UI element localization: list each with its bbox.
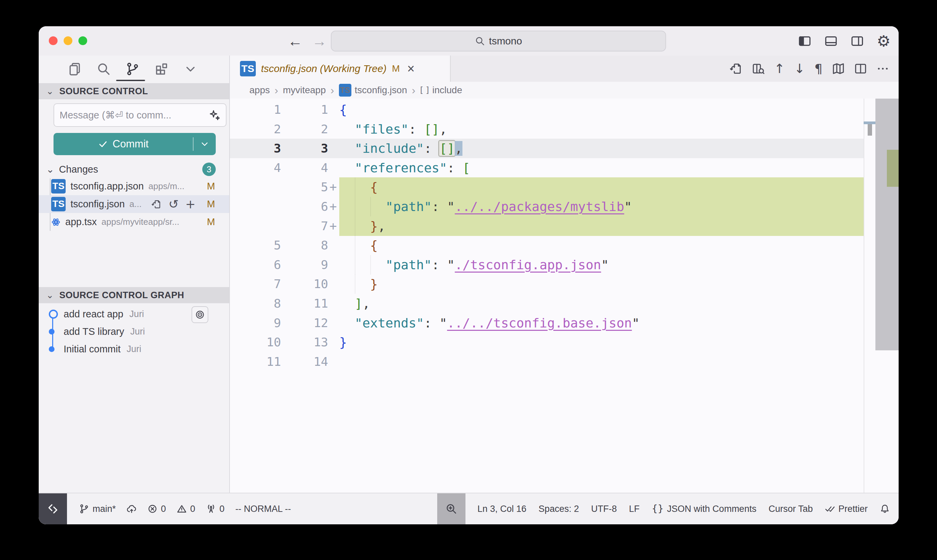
source-control-graph-section-header[interactable]: ⌄ SOURCE CONTROL GRAPH — [39, 287, 229, 303]
status-item-vim-mode[interactable]: -- NORMAL -- — [235, 504, 291, 514]
git-status-badge: M — [207, 198, 215, 210]
maximize-window-button[interactable] — [78, 36, 87, 45]
changes-header[interactable]: ⌄ Changes 3 — [39, 162, 229, 177]
status-item-encoding[interactable]: UTF-8 — [591, 504, 617, 514]
gear-icon[interactable]: ⚙ — [877, 33, 891, 49]
status-item-branch-status[interactable]: main* — [79, 504, 116, 514]
open-changes-icon[interactable] — [730, 62, 742, 75]
close-window-button[interactable] — [49, 36, 58, 45]
new-line-number: 13 — [284, 332, 328, 352]
code-line-1[interactable]: 11{ — [230, 100, 864, 120]
status-item-indentation[interactable]: Spaces: 2 — [539, 504, 579, 514]
pilcrow-icon[interactable]: ¶ — [814, 62, 823, 75]
status-item-warning-count[interactable]: 0 — [177, 504, 195, 514]
layout-sidebar-right-icon[interactable] — [851, 34, 864, 48]
code-line-10[interactable]: 710 } — [230, 274, 864, 294]
changed-file-row-app.tsx[interactable]: app.tsxapps/myviteapp/sr...M — [39, 213, 229, 231]
prev-change-icon[interactable]: ↑ — [774, 62, 785, 75]
status-item-remote-indicator[interactable] — [39, 493, 67, 524]
code-line-8[interactable]: 58 { — [230, 235, 864, 255]
code-line-7[interactable]: 7+ }, — [230, 216, 864, 236]
status-item-ports-status[interactable]: 0 — [206, 504, 225, 514]
diff-added-highlight — [339, 216, 864, 236]
layout-panel-icon[interactable] — [824, 34, 838, 48]
code-line-6[interactable]: 6+ "path": "../../packages/mytslib" — [230, 197, 864, 216]
activity-bar-search[interactable] — [97, 62, 111, 76]
source-control-section-header[interactable]: ⌄ SOURCE CONTROL — [39, 83, 229, 99]
status-item-label: Cursor Tab — [768, 504, 813, 514]
code-text: "files": [], — [339, 120, 447, 139]
minimize-window-button[interactable] — [64, 36, 72, 45]
commit-message-input[interactable]: Message (⌘⏎ to comm... — [54, 103, 226, 127]
layout-sidebar-left-icon[interactable] — [798, 34, 811, 48]
new-line-number: 9 — [284, 255, 328, 275]
forward-arrow-icon[interactable]: → — [312, 26, 327, 55]
status-item-cursor-tab[interactable]: Cursor Tab — [768, 504, 813, 514]
code-editor[interactable]: 11{22 "files": [],33 "include": [],44 "r… — [230, 98, 899, 493]
add-icon[interactable]: + — [185, 198, 195, 210]
status-item-zoom-indicator[interactable] — [437, 493, 465, 524]
status-item-language-mode[interactable]: {}JSON with Comments — [652, 504, 756, 514]
inline-view-icon[interactable] — [752, 62, 765, 75]
status-item-cursor-position[interactable]: Ln 3, Col 16 — [478, 504, 527, 514]
status-item-formatter[interactable]: Prettier — [825, 504, 868, 514]
status-item-notifications[interactable] — [880, 504, 890, 514]
changed-file-row-tsconfig.json[interactable]: TStsconfig.jsona...↺+M — [39, 195, 229, 213]
next-change-icon[interactable]: ↓ — [794, 62, 805, 75]
breadcrumb: apps›myviteapp›TStsconfig.json›[ ]includ… — [230, 82, 899, 98]
breadcrumb-item-tsconfig.json[interactable]: TStsconfig.json — [339, 84, 407, 96]
code-line-12[interactable]: 912 "extends": "../../tsconfig.base.json… — [230, 313, 864, 333]
code-line-14[interactable]: 1114 — [230, 352, 864, 372]
sparkle-icon[interactable] — [209, 109, 220, 121]
warning-icon — [177, 504, 187, 514]
back-arrow-icon[interactable]: ← — [288, 26, 303, 55]
split-editor-icon[interactable] — [854, 62, 867, 75]
status-item-error-count[interactable]: 0 — [148, 504, 166, 514]
commit-row-2[interactable]: add TS libraryJuri — [39, 323, 229, 340]
command-center-search[interactable]: tsmono — [331, 31, 666, 51]
commit-dropdown-button[interactable] — [194, 139, 216, 149]
commit-author: Juri — [130, 326, 145, 337]
breadcrumb-item-include[interactable]: [ ]include — [420, 85, 462, 95]
activity-bar-extensions[interactable] — [154, 62, 169, 76]
changed-file-row-tsconfig.app.json[interactable]: TStsconfig.app.jsonapps/m...M — [39, 177, 229, 195]
source-control-title: SOURCE CONTROL — [59, 86, 148, 97]
close-icon[interactable]: × — [407, 62, 415, 76]
tab-label: tsconfig.json (Working Tree) — [261, 63, 387, 74]
old-line-number: 6 — [230, 255, 281, 275]
status-item-eol[interactable]: LF — [629, 504, 640, 514]
file-name: tsconfig.app.json — [70, 181, 144, 192]
breadcrumb-item-apps[interactable]: apps — [249, 85, 270, 95]
discard-icon[interactable]: ↺ — [168, 198, 178, 210]
tab-bar: TS tsconfig.json (Working Tree) M × ↑↓¶ — [230, 55, 899, 82]
status-item-label: LF — [629, 504, 640, 514]
minimap[interactable] — [864, 98, 876, 493]
commit-row-3[interactable]: Initial commitJuri — [39, 340, 229, 358]
activity-bar-source-control[interactable] — [126, 62, 140, 76]
open-changes-icon[interactable] — [151, 199, 162, 209]
editor-scrollbar[interactable] — [875, 98, 899, 493]
commit-button[interactable]: Commit — [54, 133, 216, 155]
goto-current-history-item-button[interactable] — [191, 306, 208, 323]
new-line-number: 5 — [284, 177, 328, 197]
code-line-4[interactable]: 44 "references": [ — [230, 158, 864, 178]
new-line-number: 12 — [284, 313, 328, 333]
code-line-2[interactable]: 22 "files": [], — [230, 120, 864, 139]
code-line-11[interactable]: 811 ], — [230, 294, 864, 313]
source-control-graph-title: SOURCE CONTROL GRAPH — [59, 290, 184, 300]
active-view-underline — [116, 80, 145, 81]
braces-icon: {} — [652, 504, 664, 514]
status-item-publish-changes[interactable] — [126, 504, 137, 514]
activity-bar-explorer[interactable] — [68, 62, 82, 76]
activity-bar-more-views[interactable] — [183, 62, 198, 76]
map-icon[interactable] — [832, 62, 845, 75]
tab-tsconfig-working-tree[interactable]: TS tsconfig.json (Working Tree) M × — [230, 55, 451, 82]
commit-message: add react app — [64, 309, 123, 320]
more-icon[interactable] — [876, 62, 889, 75]
code-line-9[interactable]: 69 "path": "./tsconfig.app.json" — [230, 255, 864, 275]
code-line-13[interactable]: 1013} — [230, 332, 864, 352]
scrollbar-thumb[interactable] — [875, 98, 899, 350]
code-line-5[interactable]: 5+ { — [230, 177, 864, 197]
code-line-3[interactable]: 33 "include": [], — [230, 138, 864, 158]
breadcrumb-item-myviteapp[interactable]: myviteapp — [283, 85, 326, 95]
